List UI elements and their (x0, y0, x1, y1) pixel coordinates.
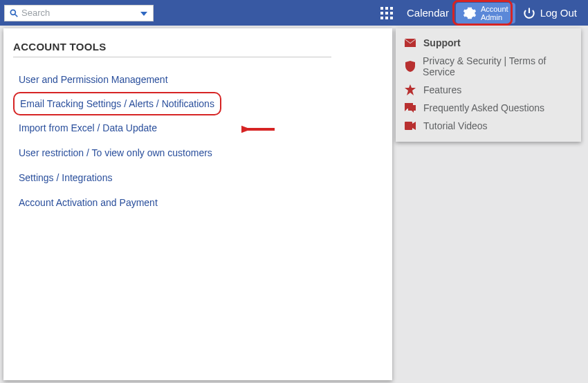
admin-menu-item[interactable]: Tutorial Videos (401, 117, 576, 135)
account-tools-item[interactable]: Import from Excel / Data Update (13, 115, 163, 140)
admin-menu-item[interactable]: Features (401, 81, 576, 99)
calendar-button[interactable]: Calendar (400, 0, 456, 26)
mail-icon (404, 39, 416, 47)
svg-rect-6 (385, 12, 388, 15)
account-tools-item[interactable]: Settings / Integrations (13, 165, 118, 190)
admin-dropdown-menu: SupportPrivacy & Security | Terms of Ser… (396, 28, 581, 142)
account-tools-item[interactable]: Email Tracking Settings / Alerts / Notif… (13, 92, 221, 115)
gear-icon (463, 6, 477, 20)
search-icon (9, 8, 19, 18)
admin-menu-label: Frequently Asked Questions (423, 102, 544, 113)
logout-label: Log Out (540, 7, 577, 19)
svg-rect-8 (380, 17, 383, 19)
chevron-down-icon[interactable] (140, 12, 147, 16)
account-tools-item[interactable]: User restriction / To view only own cust… (13, 140, 218, 165)
apps-button[interactable] (374, 0, 400, 26)
account-tools-panel: ACCOUNT TOOLS User and Permission Manage… (3, 28, 392, 380)
admin-menu-item[interactable]: Privacy & Security | Terms of Service (401, 52, 576, 81)
account-admin-label: Account Admin (481, 5, 508, 21)
topbar: Calendar Account Admin Log Out (0, 0, 588, 26)
account-tools-heading: ACCOUNT TOOLS (13, 41, 331, 57)
svg-rect-7 (390, 12, 393, 15)
account-tools-item[interactable]: Account Activation and Payment (13, 190, 163, 215)
admin-menu-label: Tutorial Videos (423, 120, 488, 131)
shield-icon (404, 61, 416, 72)
calendar-label: Calendar (407, 7, 449, 19)
star-icon (404, 84, 416, 95)
apps-icon (380, 7, 393, 19)
svg-rect-12 (405, 122, 412, 130)
svg-point-0 (10, 10, 15, 15)
admin-menu-label: Support (423, 37, 461, 48)
svg-rect-5 (380, 12, 383, 15)
admin-menu-label: Privacy & Security | Terms of Service (423, 55, 573, 77)
account-admin-button[interactable]: Account Admin (456, 3, 515, 24)
svg-line-1 (15, 14, 18, 17)
search-input[interactable] (19, 8, 149, 18)
admin-menu-item[interactable]: Support (401, 34, 576, 52)
video-icon (404, 122, 416, 130)
svg-rect-10 (390, 17, 393, 19)
svg-rect-4 (390, 7, 393, 10)
account-tools-list: User and Permission ManagementEmail Trac… (13, 67, 383, 215)
search-box[interactable] (4, 5, 154, 21)
logout-button[interactable]: Log Out (515, 0, 584, 26)
chat-icon (404, 103, 416, 113)
admin-menu-item[interactable]: Frequently Asked Questions (401, 99, 576, 117)
admin-menu-label: Features (423, 84, 461, 95)
svg-rect-9 (385, 17, 388, 19)
svg-rect-3 (385, 7, 388, 10)
svg-rect-2 (380, 7, 383, 10)
account-tools-item[interactable]: User and Permission Management (13, 67, 174, 92)
power-icon (522, 6, 536, 20)
